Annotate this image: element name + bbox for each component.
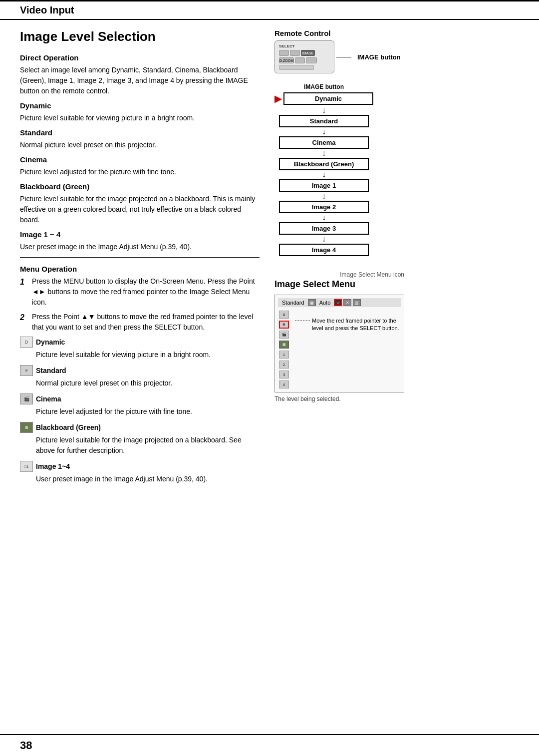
blackboard-title: Blackboard (Green) [20, 182, 260, 191]
remote-btn-image: IMAGE [301, 50, 315, 56]
image14-2-body: User preset image in the Image Adjust Me… [36, 474, 260, 484]
header-bar: Video Input [0, 0, 539, 20]
menu-row-icon-image1: 1 [279, 351, 289, 359]
menu-bar-auto: Auto [317, 299, 333, 306]
menu-row-icon-standard: ⊕ [279, 321, 289, 329]
blackboard-icon-label: Blackboard (Green) [36, 423, 101, 431]
dynamic-title: Dynamic [20, 101, 260, 110]
image-btn-arrow-row: IMAGE button [336, 53, 401, 61]
menu-icon-selected: ☆ [334, 299, 342, 306]
annotation-area: Move the red framed pointer to the level… [295, 317, 401, 389]
step2-item: 2 Press the Point ▲▼ buttons to move the… [20, 312, 260, 333]
bottom-bar: 38 [0, 734, 539, 756]
remote-diagram-row: SELECT IMAGE D.ZOOM [274, 40, 401, 73]
remote-btn-zoom: D.ZOOM [279, 57, 294, 63]
image-select-section: Image Select Menu icon Image Select Menu… [274, 271, 404, 402]
flow-box-dynamic: Dynamic [283, 92, 373, 105]
dynamic-icon: D [20, 337, 33, 348]
cinema-title: Cinema [20, 155, 260, 164]
step1-item: 1 Press the MENU button to display the O… [20, 276, 260, 308]
level-note: The level being selected. [274, 395, 404, 402]
flow-arrow-2: ↓ [322, 128, 326, 136]
image-button-label: IMAGE button [357, 53, 401, 61]
flow-box-image3: Image 3 [279, 222, 369, 235]
direct-operation-body: Select an image level among Dynamic, Sta… [20, 65, 260, 96]
header-title: Video Input [20, 4, 519, 16]
image14-icon-label: Image 1~4 [36, 462, 70, 470]
blackboard-icon-row: ▦ Blackboard (Green) [20, 422, 260, 433]
step2-number: 2 [20, 312, 28, 333]
menu-row-icon-cinema: 🎬 [279, 331, 289, 339]
cinema-section: Cinema Picture level adjusted for the pi… [20, 155, 260, 177]
direct-operation-section: Direct Operation Select an image level a… [20, 53, 260, 96]
menu-rows-col: D ⊕ 🎬 ▦ 1 [278, 310, 290, 389]
menu-row-dynamic: D [278, 310, 290, 319]
flow-box-image4: Image 4 [279, 244, 369, 256]
menu-row-image1: 1 [278, 350, 290, 359]
image-select-menu-icon-label: Image Select Menu icon [274, 271, 404, 278]
blackboard2-body: Picture level suitable for the image pro… [36, 435, 260, 456]
dynamic-icon-row: D Dynamic [20, 337, 260, 348]
remote-btn-ptimer [306, 57, 317, 63]
step1-text: Press the MENU button to display the On-… [32, 276, 260, 308]
menu-row-blackboard: ▦ [278, 340, 290, 349]
flow-diagram: IMAGE button ▶ Dynamic ↓ Standard ↓ Cine… [274, 83, 373, 256]
dynamic-icon-label: Dynamic [36, 338, 65, 346]
menu-bar: Standard ▦ Auto ☆ ✕ ▥ [278, 298, 401, 307]
select-label: SELECT [279, 44, 330, 48]
step1-number: 1 [20, 276, 28, 308]
blackboard-body: Picture level suitable for the image pro… [20, 194, 260, 225]
blackboard-section: Blackboard (Green) Picture level suitabl… [20, 182, 260, 225]
remote-btn-autopc [290, 50, 300, 56]
arrow-line [336, 57, 351, 57]
annotation-text: Move the red framed pointer to the level… [312, 317, 401, 333]
standard-title: Standard [20, 128, 260, 137]
standard-section: Standard Normal picture level preset on … [20, 128, 260, 150]
remote-control-title: Remote Control [274, 29, 401, 37]
menu-icon-2: ✕ [343, 299, 351, 306]
remote-top-buttons: IMAGE [279, 50, 330, 56]
menu-bar-standard: Standard [280, 299, 306, 306]
menu-icon-1: ▦ [308, 299, 316, 306]
menu-row-cinema: 🎬 [278, 330, 290, 339]
flow-top-label: IMAGE button [304, 83, 344, 90]
flow-box-image1: Image 1 [279, 179, 369, 192]
flow-arrow-4: ↓ [322, 171, 326, 179]
image-select-menu-title: Image Select Menu [274, 279, 404, 290]
flow-arrow-6: ↓ [322, 214, 326, 222]
menu-operation-section: Menu Operation 1 Press the MENU button t… [20, 265, 260, 333]
menu-row-image2: 2 [278, 360, 290, 369]
standard-icon-label: Standard [36, 367, 66, 375]
flow-box-standard: Standard [279, 115, 369, 127]
remote-btn-freeze [295, 57, 305, 63]
image14-body: User preset image in the Image Adjust Me… [20, 242, 260, 252]
standard-icon: ⊕ [20, 365, 33, 376]
flow-section: IMAGE button ▶ Dynamic ↓ Standard ↓ Cine… [274, 81, 373, 256]
menu-row-image4: 4 [278, 380, 290, 389]
main-content: Image Level Selection Direct Operation S… [0, 20, 539, 489]
divider [20, 257, 260, 258]
menu-row-icon-dynamic: D [279, 311, 289, 319]
remote-bot-buttons [279, 65, 330, 70]
dynamic-body: Picture level suitable for viewing pictu… [20, 113, 260, 123]
callout-line [295, 320, 310, 321]
menu-icon-3: ▥ [353, 299, 361, 306]
image14-icon-row: □1 Image 1~4 [20, 461, 260, 472]
menu-row-icon-blackboard: ▦ [279, 341, 289, 349]
step2-text: Press the Point ▲▼ buttons to move the r… [32, 312, 260, 333]
flow-arrow-7: ↓ [322, 235, 326, 243]
image14-title: Image 1 ~ 4 [20, 230, 260, 239]
image-select-diagram: Standard ▦ Auto ☆ ✕ ▥ D [274, 295, 404, 392]
right-inner: Remote Control SELECT IMAGE D.ZOOM [274, 29, 519, 402]
remote-control-diagram: SELECT IMAGE D.ZOOM [274, 40, 334, 73]
flow-entry-arrow: ▶ [274, 93, 281, 104]
section-title: Image Level Selection [20, 29, 260, 44]
standard-icon-row: ⊕ Standard [20, 365, 260, 376]
flow-arrow-3: ↓ [322, 149, 326, 157]
blackboard-icon: ▦ [20, 422, 33, 433]
cinema2-body: Picture level adjusted for the picture w… [36, 406, 260, 417]
flow-arrow-5: ↓ [322, 192, 326, 200]
standard2-body: Normal picture level preset on this proj… [36, 378, 260, 388]
image-btn-label-group: IMAGE button [336, 53, 401, 61]
image14-icon: □1 [20, 461, 33, 472]
